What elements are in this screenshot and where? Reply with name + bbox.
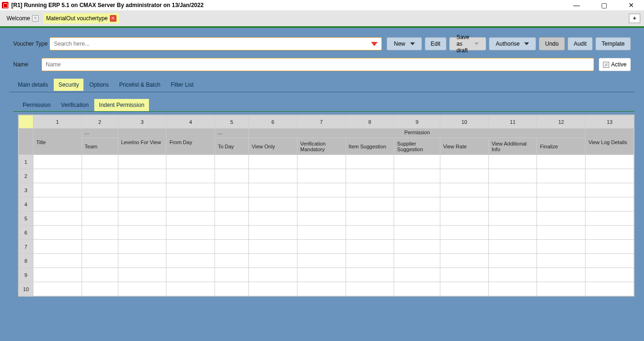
table-row[interactable]: 10 xyxy=(19,282,634,296)
grid-cell[interactable] xyxy=(346,268,394,282)
grid-cell[interactable] xyxy=(488,211,537,226)
grid-cell[interactable] xyxy=(82,169,118,183)
close-button[interactable]: ✕ xyxy=(624,0,638,10)
grid-cell[interactable] xyxy=(297,268,346,282)
grid-cell[interactable] xyxy=(215,268,249,282)
grid-corner[interactable] xyxy=(19,115,33,129)
col-number[interactable]: 11 xyxy=(488,115,537,129)
grid-cell[interactable] xyxy=(346,226,394,240)
grid-cell[interactable] xyxy=(33,183,82,197)
grid-cell[interactable] xyxy=(394,211,440,226)
grid-cell[interactable] xyxy=(297,183,346,197)
save-as-draft-button[interactable]: Save as draft xyxy=(449,37,486,50)
template-button[interactable]: Template xyxy=(595,37,631,50)
grid-cell[interactable] xyxy=(166,226,215,240)
permission-grid[interactable]: 1 2 3 4 5 6 7 8 9 10 11 12 13 Title xyxy=(18,114,635,297)
grid-cell[interactable] xyxy=(33,211,82,226)
grid-cell[interactable] xyxy=(394,183,440,197)
grid-cell[interactable] xyxy=(297,240,346,254)
grid-cell[interactable] xyxy=(346,240,394,254)
grid-cell[interactable] xyxy=(586,183,634,197)
row-number[interactable]: 5 xyxy=(19,211,33,226)
maximize-button[interactable]: ▢ xyxy=(597,0,611,10)
grid-cell[interactable] xyxy=(33,282,82,296)
col-from-day[interactable]: From Day xyxy=(166,129,215,155)
minimize-button[interactable]: — xyxy=(570,0,584,10)
grid-cell[interactable] xyxy=(82,240,118,254)
grid-cell[interactable] xyxy=(297,282,346,296)
grid-cell[interactable] xyxy=(488,183,537,197)
col-item-suggestion[interactable]: Item Suggestion xyxy=(346,138,394,155)
grid-cell[interactable] xyxy=(488,240,537,254)
grid-cell[interactable] xyxy=(346,183,394,197)
grid-cell[interactable] xyxy=(346,211,394,226)
col-number[interactable]: 2 xyxy=(82,115,118,129)
grid-cell[interactable] xyxy=(33,254,82,268)
grid-cell[interactable] xyxy=(82,268,118,282)
col-supplier-suggestion[interactable]: Supplier Suggestion xyxy=(394,138,440,155)
grid-cell[interactable] xyxy=(118,254,166,268)
grid-cell[interactable] xyxy=(297,169,346,183)
grid-cell[interactable] xyxy=(537,226,586,240)
grid-cell[interactable] xyxy=(118,282,166,296)
grid-cell[interactable] xyxy=(488,282,537,296)
col-number[interactable]: 1 xyxy=(33,115,82,129)
edit-button[interactable]: Edit xyxy=(425,37,447,50)
grid-cell[interactable] xyxy=(82,211,118,226)
col-number[interactable]: 5 xyxy=(215,115,249,129)
table-row[interactable]: 5 xyxy=(19,211,634,226)
grid-cell[interactable] xyxy=(537,211,586,226)
subtab-permission[interactable]: Permission xyxy=(18,99,55,111)
col-number[interactable]: 8 xyxy=(346,115,394,129)
col-team[interactable]: Team xyxy=(82,138,118,155)
col-view-additional[interactable]: View Additional Info xyxy=(488,138,537,155)
row-number[interactable]: 6 xyxy=(19,226,33,240)
col-to-day[interactable]: To Day xyxy=(215,138,249,155)
grid-cell[interactable] xyxy=(440,254,488,268)
grid-cell[interactable] xyxy=(440,183,488,197)
grid-cell[interactable] xyxy=(33,240,82,254)
col-number[interactable]: 9 xyxy=(394,115,440,129)
col-number[interactable]: 3 xyxy=(118,115,166,129)
grid-cell[interactable] xyxy=(537,169,586,183)
grid-cell[interactable] xyxy=(166,155,215,169)
grid-cell[interactable] xyxy=(586,197,634,211)
grid-cell[interactable] xyxy=(33,169,82,183)
grid-cell[interactable] xyxy=(440,197,488,211)
col-view-log[interactable]: View Log Details xyxy=(586,129,634,155)
grid-cell[interactable] xyxy=(440,211,488,226)
voucher-type-search[interactable] xyxy=(50,37,382,50)
table-row[interactable]: 3 xyxy=(19,183,634,197)
add-tab-button[interactable]: + xyxy=(629,14,640,23)
grid-cell[interactable] xyxy=(166,183,215,197)
grid-cell[interactable] xyxy=(166,282,215,296)
grid-cell[interactable] xyxy=(249,254,297,268)
col-view-rate[interactable]: View Rate xyxy=(440,138,488,155)
grid-cell[interactable] xyxy=(394,254,440,268)
grid-cell[interactable] xyxy=(249,169,297,183)
grid-cell[interactable] xyxy=(346,155,394,169)
grid-cell[interactable] xyxy=(537,282,586,296)
grid-cell[interactable] xyxy=(249,211,297,226)
grid-cell[interactable] xyxy=(394,282,440,296)
grid-cell[interactable] xyxy=(166,254,215,268)
search-input[interactable] xyxy=(54,41,371,47)
grid-cell[interactable] xyxy=(215,226,249,240)
grid-cell[interactable] xyxy=(297,254,346,268)
authorise-button[interactable]: Authorise xyxy=(489,37,537,50)
table-row[interactable]: 4 xyxy=(19,197,634,211)
grid-cell[interactable] xyxy=(118,197,166,211)
grid-cell[interactable] xyxy=(118,211,166,226)
grid-cell[interactable] xyxy=(118,155,166,169)
grid-cell[interactable] xyxy=(166,197,215,211)
row-number[interactable]: 3 xyxy=(19,183,33,197)
col-number[interactable]: 4 xyxy=(166,115,215,129)
grid-cell[interactable] xyxy=(586,211,634,226)
grid-cell[interactable] xyxy=(166,169,215,183)
grid-cell[interactable] xyxy=(33,268,82,282)
grid-cell[interactable] xyxy=(297,197,346,211)
ellipsis[interactable]: ... xyxy=(82,129,118,138)
grid-cell[interactable] xyxy=(488,197,537,211)
grid-cell[interactable] xyxy=(82,282,118,296)
grid-cell[interactable] xyxy=(118,226,166,240)
